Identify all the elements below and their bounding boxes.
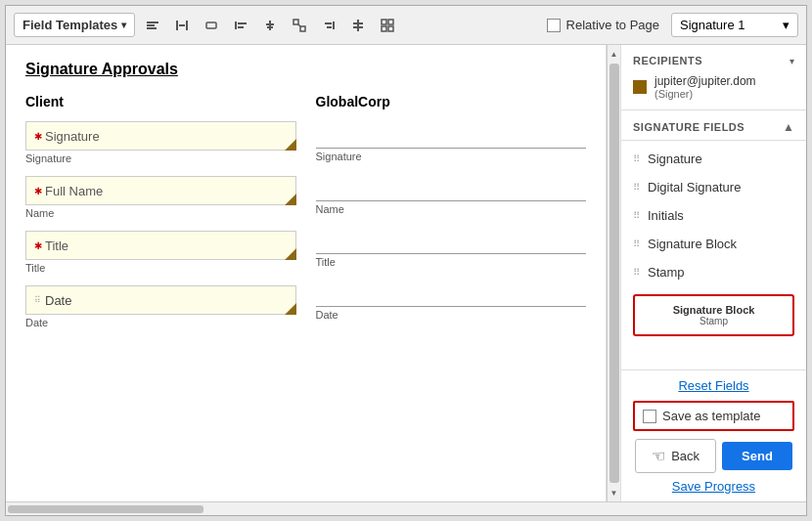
- scroll-down-arrow[interactable]: ▼: [608, 486, 621, 499]
- client-column: Client ✱ Signature Signature: [25, 94, 296, 340]
- drag-icon-block: ⠿: [633, 239, 640, 249]
- sig-field-label-signature: Signature: [648, 152, 702, 166]
- back-button[interactable]: ☜ Back: [635, 439, 716, 473]
- gc-title-input[interactable]: [316, 227, 587, 254]
- field-group-date: ⠿ Date Date: [25, 285, 296, 328]
- align-left-icon[interactable]: [227, 12, 254, 39]
- recipient-avatar: [633, 80, 647, 94]
- svg-rect-16: [333, 22, 335, 29]
- svg-rect-7: [235, 22, 237, 29]
- field-templates-button[interactable]: Field Templates ▾: [14, 13, 135, 37]
- title-label: Title: [25, 262, 296, 274]
- scroll-up-arrow[interactable]: ▲: [608, 47, 621, 61]
- gc-date-input[interactable]: [316, 280, 587, 307]
- scroll-thumb[interactable]: [609, 64, 619, 483]
- columns: Client ✱ Signature Signature: [25, 94, 586, 340]
- reset-fields-link[interactable]: Reset Fields: [633, 378, 794, 393]
- save-template-checkbox[interactable]: [643, 410, 656, 423]
- sig-fields-title: Signature Fields: [633, 121, 744, 133]
- svg-rect-11: [266, 23, 274, 25]
- h-scroll-thumb[interactable]: [8, 505, 203, 513]
- signature-input[interactable]: ✱ Signature: [25, 121, 296, 151]
- save-template-row: Save as template: [633, 401, 794, 431]
- sig-field-block[interactable]: ⠿ Signature Block: [621, 230, 806, 258]
- recipients-section: RECIPIENTS ▾ jupiter@jupiter.dom (Signer…: [621, 45, 806, 110]
- gc-signature-input[interactable]: [316, 121, 587, 149]
- sig-field-label-initials: Initials: [648, 208, 684, 223]
- sig-field-stamp[interactable]: ⠿ Stamp: [621, 258, 806, 286]
- sig-field-initials[interactable]: ⠿ Initials: [621, 201, 806, 230]
- drag-icon-digital: ⠿: [633, 182, 640, 193]
- send-label: Send: [742, 449, 773, 463]
- sig-field-signature[interactable]: ⠿ Signature: [621, 145, 806, 173]
- title-field-wrapper: ✱ Title: [25, 231, 296, 260]
- sig-field-digital[interactable]: ⠿ Digital Signature: [621, 173, 806, 201]
- relative-to-page-checkbox[interactable]: [547, 19, 561, 32]
- align-right-icon[interactable]: [315, 12, 342, 39]
- drag-icon-initials: ⠿: [633, 210, 640, 221]
- signature-block-stamp: Signature Block Stamp: [633, 294, 794, 336]
- sig-fields-list: ⠿ Signature ⠿ Digital Signature ⠿ Initia…: [621, 141, 806, 369]
- toolbar-icons: [139, 12, 542, 39]
- drag-icon-signature: ⠿: [633, 153, 640, 164]
- svg-rect-4: [186, 21, 188, 30]
- align-center-icon[interactable]: [256, 12, 284, 39]
- document-title: Signature Approvals: [25, 61, 586, 78]
- svg-rect-22: [382, 20, 386, 24]
- title-value: Title: [45, 239, 68, 253]
- name-input[interactable]: ✱ Full Name: [25, 176, 296, 205]
- globalcorp-column: GlobalCorp Signature Name Title: [316, 94, 587, 340]
- svg-line-15: [298, 24, 300, 26]
- recipients-chevron-icon[interactable]: ▾: [789, 56, 794, 66]
- gc-name-input[interactable]: [316, 174, 587, 201]
- signature-label: Signature: [25, 152, 296, 164]
- corner-mark-4: [285, 303, 296, 315]
- sig-fields-collapse-icon[interactable]: ▲: [783, 120, 794, 134]
- gc-field-group-title: Title: [316, 227, 587, 268]
- signature-dropdown-value: Signature 1: [680, 18, 745, 32]
- hand-pointer-icon: ☜: [652, 447, 665, 465]
- client-column-title: Client: [25, 94, 296, 109]
- resize-icon[interactable]: [286, 12, 313, 39]
- svg-rect-21: [357, 20, 359, 31]
- send-button[interactable]: Send: [722, 442, 792, 470]
- svg-rect-23: [388, 20, 393, 24]
- svg-rect-12: [267, 26, 273, 28]
- save-template-label: Save as template: [662, 409, 760, 423]
- save-progress-link[interactable]: Save Progress: [633, 479, 794, 494]
- name-value: Full Name: [45, 184, 103, 198]
- title-input[interactable]: ✱ Title: [25, 231, 296, 260]
- gc-date-label: Date: [316, 309, 587, 321]
- back-label: Back: [671, 449, 699, 463]
- sig-field-label-block: Signature Block: [648, 237, 737, 251]
- grid-icon[interactable]: [374, 12, 401, 39]
- field-group-signature: ✱ Signature Signature: [25, 121, 296, 164]
- distribute-icon[interactable]: [168, 12, 196, 39]
- spacing-icon[interactable]: [344, 12, 372, 39]
- signature-field-wrapper: ✱ Signature: [25, 121, 296, 151]
- required-star-2: ✱: [34, 186, 42, 196]
- action-buttons-row: ☜ Back Send: [633, 439, 794, 473]
- svg-rect-0: [147, 22, 158, 23]
- gc-field-group-date: Date: [316, 280, 587, 321]
- align-icon-1[interactable]: [139, 12, 166, 39]
- svg-rect-5: [179, 24, 185, 26]
- date-value: Date: [45, 293, 71, 308]
- toolbar: Field Templates ▾: [6, 6, 806, 45]
- recipient-role: (Signer): [654, 88, 756, 100]
- svg-rect-2: [147, 27, 157, 29]
- size-icon[interactable]: [198, 12, 225, 39]
- recipients-title: RECIPIENTS: [633, 55, 702, 66]
- relative-to-page-label: Relative to Page: [566, 18, 659, 32]
- svg-rect-13: [293, 20, 298, 24]
- date-input[interactable]: ⠿ Date: [25, 285, 296, 315]
- gc-name-label: Name: [316, 203, 587, 215]
- svg-rect-1: [147, 24, 155, 26]
- globalcorp-column-title: GlobalCorp: [316, 94, 587, 109]
- sig-fields-header: Signature Fields ▲: [621, 110, 806, 141]
- horizontal-scrollbar: [6, 501, 806, 515]
- signature-dropdown[interactable]: Signature 1 ▾: [671, 13, 798, 37]
- svg-rect-14: [300, 26, 305, 31]
- required-star-3: ✱: [34, 240, 42, 251]
- svg-rect-17: [325, 22, 332, 24]
